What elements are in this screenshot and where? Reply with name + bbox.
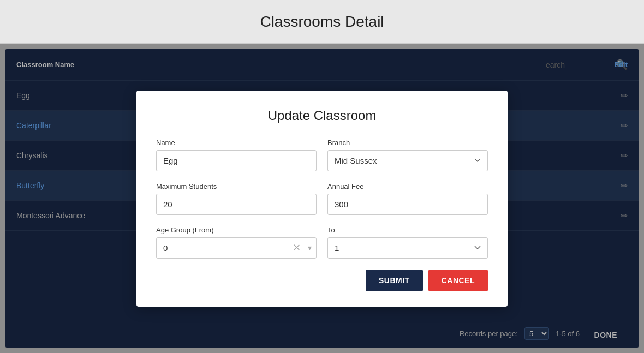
- age-from-label: Age Group (From): [156, 226, 317, 234]
- page-title-bar: Classrooms Detail: [0, 0, 644, 44]
- branch-select[interactable]: Mid Sussex East Sussex West Sussex: [327, 150, 488, 171]
- form-group-max-students: Maximum Students: [156, 182, 317, 215]
- form-row-students-fee: Maximum Students Annual Fee: [156, 182, 488, 215]
- form-group-name: Name: [156, 139, 317, 171]
- form-row-age-group: Age Group (From) ✕ ▾ To 1 2 3 4 5: [156, 226, 488, 259]
- modal-overlay: Update Classroom Name Branch Mid Sussex …: [0, 44, 644, 353]
- modal-title: Update Classroom: [156, 108, 488, 123]
- form-group-branch: Branch Mid Sussex East Sussex West Susse…: [327, 139, 488, 171]
- age-from-clear-icon[interactable]: ✕: [290, 242, 303, 254]
- annual-fee-input[interactable]: [327, 194, 488, 215]
- form-group-age-to: To 1 2 3 4 5: [327, 226, 488, 259]
- name-label: Name: [156, 139, 317, 147]
- form-row-name-branch: Name Branch Mid Sussex East Sussex West …: [156, 139, 488, 171]
- age-from-wrapper: ✕ ▾: [156, 237, 317, 259]
- annual-fee-label: Annual Fee: [327, 182, 488, 190]
- age-from-input[interactable]: [157, 238, 290, 258]
- age-from-dropdown-icon[interactable]: ▾: [303, 243, 316, 252]
- form-group-age-from: Age Group (From) ✕ ▾: [156, 226, 317, 259]
- max-students-label: Maximum Students: [156, 182, 317, 190]
- submit-button[interactable]: SUBMIT: [366, 270, 423, 291]
- max-students-input[interactable]: [156, 194, 317, 215]
- modal-dialog: Update Classroom Name Branch Mid Sussex …: [136, 91, 508, 307]
- age-to-label: To: [327, 226, 488, 234]
- age-to-select[interactable]: 1 2 3 4 5: [327, 237, 488, 259]
- cancel-button[interactable]: CANCEL: [428, 270, 488, 291]
- branch-label: Branch: [327, 139, 488, 147]
- form-group-annual-fee: Annual Fee: [327, 182, 488, 215]
- modal-actions: SUBMIT CANCEL: [156, 270, 488, 291]
- name-input[interactable]: [156, 150, 317, 171]
- main-area: Classroom Name 🔍 Edit Egg ✏ Caterpillar …: [0, 44, 644, 353]
- page-title: Classrooms Detail: [260, 13, 384, 31]
